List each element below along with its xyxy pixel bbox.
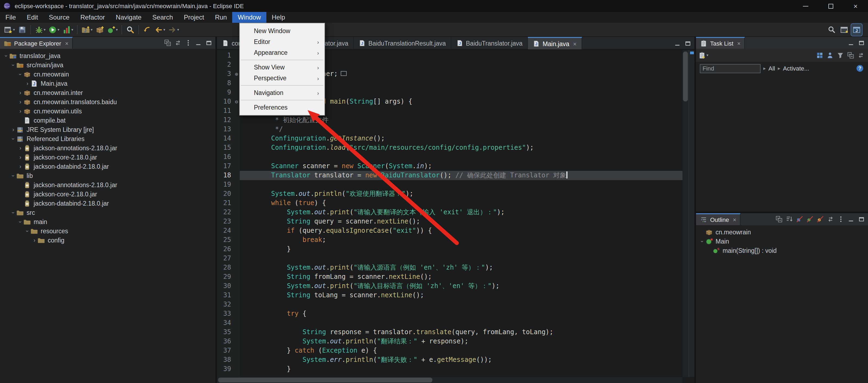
code-line-28[interactable]: 28 System.out.print("请输入源语言（例如 'en'、'zh'… (217, 263, 682, 272)
menu-navigate[interactable]: Navigate (111, 12, 147, 23)
expand-arrow-icon[interactable]: › (16, 219, 25, 225)
line-number[interactable]: 13 (217, 125, 233, 134)
tree-item-jackson-databind-2-18-0-jar[interactable]: ›jackson-databind-2.18.0.jar (0, 162, 215, 171)
close-view-icon[interactable]: × (65, 40, 69, 47)
open-perspective-button[interactable] (839, 24, 849, 35)
expand-arrow-icon[interactable]: › (9, 210, 18, 215)
menu-file[interactable]: File (0, 12, 22, 23)
minimize-button[interactable] (846, 214, 856, 224)
tree-item-referenced-libraries[interactable]: ›Referenced Libraries (0, 134, 215, 143)
code-line-13[interactable]: 13 */ (217, 125, 682, 134)
tree-item-cn-meowrain-translators-baidu[interactable]: ›cn.meowrain.translators.baidu (0, 97, 215, 106)
window-menu-item-show-view[interactable]: Show View› (240, 62, 324, 73)
line-number[interactable]: 3 (217, 69, 233, 79)
window-menu-item-preferences[interactable]: Preferences (240, 102, 324, 113)
expand-arrow-icon[interactable]: › (18, 88, 23, 97)
coverage-button[interactable]: ▾ (61, 24, 74, 35)
line-number[interactable]: 22 (217, 208, 233, 217)
line-number[interactable]: 16 (217, 153, 233, 162)
menu-search[interactable]: Search (147, 12, 179, 23)
expand-arrow-icon[interactable]: › (18, 162, 23, 170)
link-with-editor-button[interactable] (173, 38, 183, 48)
expand-arrow-icon[interactable]: › (18, 97, 23, 106)
minimize-button[interactable] (193, 38, 204, 48)
fold-plus-icon[interactable]: ⊕ (233, 69, 240, 79)
editor-tab-main-java[interactable]: Main.java× (528, 37, 582, 50)
task-find-input[interactable] (700, 64, 761, 73)
hide-static-members-button[interactable] (805, 214, 815, 224)
code-line-26[interactable]: 26 } (217, 245, 682, 254)
tree-item-main-string-void[interactable]: main(String[]) : void (696, 246, 868, 255)
expand-arrow-icon[interactable]: › (18, 106, 23, 115)
java-perspective-button[interactable] (851, 24, 862, 35)
code-line-36[interactable]: 36 System.out.println("翻译结果：" + response… (217, 337, 682, 346)
back-button[interactable]: ▾ (153, 24, 166, 35)
tab-task-list[interactable]: Task List × (696, 37, 745, 49)
code-line-32[interactable]: 32 (217, 300, 682, 309)
expand-arrow-icon[interactable]: › (31, 236, 37, 245)
code-line-16[interactable]: 16 (217, 153, 682, 162)
line-number[interactable]: 30 (217, 282, 233, 291)
last-edit-location-button[interactable] (142, 24, 152, 35)
tree-item-cn-meowrain-inter[interactable]: ›cn.meowrain.inter (0, 88, 215, 97)
code-line-29[interactable]: 29 String fromLang = scanner.nextLine(); (217, 272, 682, 282)
view-menu-button[interactable] (835, 214, 846, 224)
dropdown-arrow-icon[interactable]: ▾ (44, 27, 45, 32)
code-line-19[interactable]: 19 (217, 180, 682, 189)
line-number[interactable]: 11 (217, 106, 233, 116)
maximize-button[interactable] (204, 38, 214, 48)
menu-edit[interactable]: Edit (22, 12, 43, 23)
code-line-12[interactable]: 12 * 初始化配置文件 (217, 116, 682, 125)
hide-non-public-members-button[interactable] (815, 214, 825, 224)
line-number[interactable]: 33 (217, 309, 233, 318)
new-package-button[interactable] (94, 24, 105, 35)
line-number[interactable]: 9 (217, 88, 233, 97)
dropdown-arrow-icon[interactable]: ▾ (13, 27, 15, 32)
line-number[interactable]: 31 (217, 291, 233, 300)
tree-item-config[interactable]: ›config (0, 235, 215, 245)
line-number[interactable]: 17 (217, 162, 233, 171)
tree-item-jackson-annotations-2-18-0-jar[interactable]: jackson-annotations-2.18.0.jar (0, 180, 215, 189)
close-view-icon[interactable]: × (737, 40, 741, 47)
line-number[interactable]: 8 (217, 79, 233, 88)
categorized-button[interactable] (814, 50, 825, 61)
code-line-38[interactable]: 38 System.err.println("翻译失败：" + e.getMes… (217, 355, 682, 364)
expand-arrow-icon[interactable]: › (9, 62, 18, 68)
code-line-39[interactable]: 39 } (217, 364, 682, 374)
code-line-33[interactable]: 33 try { (217, 309, 682, 318)
line-number[interactable]: 18 (217, 171, 233, 180)
tree-item-cn-meowrain-utils[interactable]: ›cn.meowrain.utils (0, 106, 215, 116)
line-number[interactable]: 37 (217, 346, 233, 355)
expand-arrow-icon[interactable]: › (2, 53, 10, 59)
line-number[interactable]: 23 (217, 217, 233, 226)
horizontal-scrollbar-thumb[interactable] (218, 378, 432, 382)
code-line-31[interactable]: 31 String toLang = scanner.nextLine(); (217, 291, 682, 300)
window-menu-item-new-window[interactable]: New Window (240, 26, 324, 36)
tree-item-cn-meowrain[interactable]: cn.meowrain (696, 227, 868, 236)
maximize-button[interactable] (856, 214, 866, 224)
line-number[interactable]: 21 (217, 198, 233, 208)
code-line-30[interactable]: 30 System.out.print("请输入目标语言（例如 'zh'、'en… (217, 282, 682, 291)
folded-code-box-icon[interactable] (340, 71, 346, 76)
view-menu-button[interactable] (183, 38, 193, 48)
close-tab-icon[interactable]: × (573, 40, 577, 47)
tree-item-translator-java[interactable]: ›translator_java (0, 51, 215, 60)
filter-completed-button[interactable] (835, 50, 845, 61)
sort-button[interactable] (784, 214, 794, 224)
run-button[interactable]: ▾ (47, 24, 61, 35)
tree-item-jre-system-library-jre[interactable]: ›JRE System Library [jre] (0, 125, 215, 134)
close-window-button[interactable]: × (843, 0, 868, 12)
maximize-button[interactable] (856, 38, 866, 48)
minimize-button[interactable] (846, 38, 856, 48)
menu-project[interactable]: Project (179, 12, 210, 23)
new-class-button[interactable]: ▾ (105, 24, 119, 35)
expand-arrow-icon[interactable]: › (9, 136, 18, 141)
dropdown-arrow-icon[interactable]: ▾ (163, 27, 165, 32)
dropdown-arrow-icon[interactable]: ▾ (177, 27, 179, 32)
line-number[interactable]: 19 (217, 180, 233, 189)
window-menu-item-perspective[interactable]: Perspective› (240, 73, 324, 84)
line-number[interactable]: 2 (217, 60, 233, 69)
window-menu-item-navigation[interactable]: Navigation› (240, 87, 324, 98)
chevron-icon[interactable]: ▸ (763, 66, 766, 71)
line-number[interactable]: 10 (217, 97, 233, 106)
